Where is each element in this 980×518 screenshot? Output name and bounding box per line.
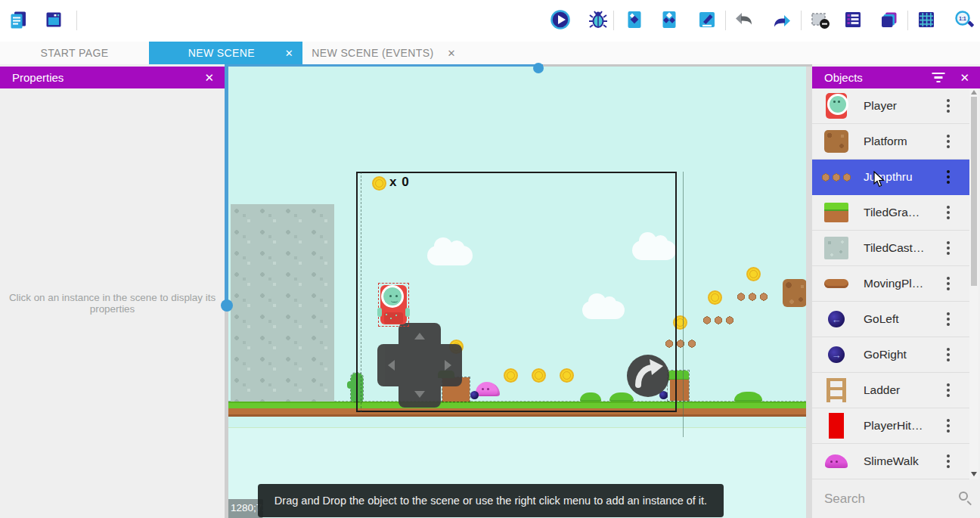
instance-coin[interactable]: [560, 368, 574, 383]
instance-ball[interactable]: [470, 391, 479, 399]
tab-close-icon[interactable]: ✕: [447, 48, 455, 59]
instance-big-block[interactable]: [783, 279, 806, 307]
window-mask-line: [361, 172, 361, 412]
divider-handle-top[interactable]: [533, 63, 544, 73]
toolbar-separator: [613, 11, 614, 30]
three-dots-icon: [947, 318, 950, 321]
zoom-initial-icon[interactable]: 1:1: [954, 9, 975, 30]
object-label: SlimeWalk: [853, 454, 927, 468]
object-menu-button[interactable]: [927, 160, 969, 194]
instance-jumpthru[interactable]: [736, 291, 769, 302]
tab-start-page[interactable]: START PAGE: [0, 42, 149, 64]
instance-jumpthru[interactable]: [702, 315, 735, 326]
object-label: Player: [853, 99, 927, 113]
start-page-icon[interactable]: [43, 9, 64, 30]
instance-bush[interactable]: [580, 392, 601, 402]
instance-coin[interactable]: [746, 267, 761, 281]
object-menu-button[interactable]: [927, 231, 969, 265]
object-menu-button[interactable]: [927, 124, 969, 159]
close-icon[interactable]: ✕: [957, 71, 972, 85]
object-row-slimewalk[interactable]: SlimeWalk: [812, 444, 969, 479]
instance-coin[interactable]: [708, 290, 722, 305]
project-manager-icon[interactable]: [8, 9, 29, 30]
object-row-movingplatform[interactable]: MovingPl…: [812, 266, 969, 302]
scene-editor-canvas[interactable]: x 0 1280;720 Drag and Drop the object to…: [228, 64, 806, 518]
scrollbar-up-icon[interactable]: [971, 90, 977, 95]
debugger-icon[interactable]: [588, 9, 609, 30]
object-row-tiledgrass[interactable]: TiledGra…: [812, 195, 969, 231]
tab-new-scene[interactable]: NEW SCENE✕: [149, 42, 302, 64]
right-panel-divider[interactable]: [806, 64, 812, 518]
instance-ground[interactable]: [228, 402, 806, 417]
ladder-thumbnail: [820, 374, 853, 407]
goright-thumbnail: [820, 338, 853, 371]
playerhit-thumbnail: [820, 409, 853, 442]
instance-slime[interactable]: [476, 382, 500, 396]
filter-icon[interactable]: [931, 73, 946, 83]
instance-tiledcastle-wall[interactable]: [231, 204, 334, 402]
objects-scrollbar[interactable]: [969, 88, 978, 479]
instance-cloud[interactable]: [632, 240, 676, 260]
instance-jump-button[interactable]: [627, 355, 669, 397]
three-dots-icon: [947, 389, 950, 392]
object-row-player[interactable]: Player: [812, 88, 969, 124]
object-row-goright[interactable]: GoRight: [812, 337, 969, 373]
instance-cloud[interactable]: [427, 246, 473, 265]
close-icon[interactable]: ✕: [201, 71, 217, 85]
player-thumbnail: [820, 89, 853, 123]
horizontal-divider-active[interactable]: [225, 64, 543, 67]
object-menu-button[interactable]: [927, 195, 969, 230]
instances-list-icon[interactable]: [842, 9, 864, 30]
object-row-jumpthru[interactable]: Jumpthru: [812, 160, 969, 195]
three-dots-icon: [947, 460, 950, 463]
undo-icon[interactable]: [733, 9, 755, 30]
object-menu-button[interactable]: [927, 337, 969, 372]
object-menu-button[interactable]: [927, 373, 969, 408]
instance-dpad-control[interactable]: [377, 323, 462, 408]
scrollbar-thumb[interactable]: [971, 97, 977, 286]
scene-properties-icon[interactable]: [696, 9, 718, 30]
instance-grass-block[interactable]: [668, 371, 689, 401]
dpad-up-arrow-icon: [414, 333, 425, 340]
play-preview-icon[interactable]: [550, 9, 571, 30]
vertical-divider[interactable]: [225, 308, 228, 518]
tab-close-icon[interactable]: ✕: [285, 48, 293, 59]
object-label: GoRight: [853, 348, 927, 361]
tab-label: NEW SCENE: [158, 47, 285, 59]
object-row-tiledcastle[interactable]: TiledCast…: [812, 231, 969, 266]
search-input[interactable]: [812, 479, 980, 518]
instance-coin[interactable]: [504, 368, 518, 383]
object-groups-editor-icon[interactable]: [659, 9, 680, 30]
player-pants: [384, 312, 403, 324]
object-row-playerhit[interactable]: PlayerHit…: [812, 408, 969, 444]
object-row-goleft[interactable]: GoLeft: [812, 302, 969, 337]
movingplatform-thumbnail: [820, 267, 853, 300]
vertical-divider-active[interactable]: [225, 64, 228, 308]
instance-player[interactable]: [379, 284, 408, 326]
toolbar-separator: [907, 11, 908, 30]
jumpthru-thumbnail: [820, 160, 853, 194]
instance-jumpthru[interactable]: [664, 338, 697, 349]
main-toolbar: 1:1: [0, 0, 980, 42]
object-menu-button[interactable]: [927, 88, 969, 123]
object-menu-button[interactable]: [927, 266, 969, 301]
toggle-grid-icon[interactable]: [916, 9, 937, 30]
object-menu-button[interactable]: [927, 444, 969, 479]
clear-selection-icon[interactable]: [809, 9, 830, 30]
object-menu-button[interactable]: [927, 302, 969, 337]
instance-coin[interactable]: [532, 368, 546, 383]
object-row-platform[interactable]: Platform: [812, 124, 969, 160]
layers-editor-icon[interactable]: [879, 9, 900, 30]
divider-handle-left[interactable]: [221, 299, 233, 312]
objects-panel-title: Objects: [824, 71, 931, 84]
instance-cloud[interactable]: [582, 301, 625, 319]
object-menu-button[interactable]: [927, 408, 969, 443]
object-row-ladder[interactable]: Ladder: [812, 373, 969, 408]
scrollbar-down-icon[interactable]: [971, 472, 977, 476]
three-dots-icon: [947, 247, 950, 250]
instance-bush[interactable]: [734, 392, 762, 402]
objects-editor-icon[interactable]: [624, 9, 645, 30]
redo-icon[interactable]: [771, 9, 792, 30]
tab-new-scene-events[interactable]: NEW SCENE (EVENTS)✕: [302, 42, 465, 64]
instance-coin[interactable]: [673, 315, 687, 330]
